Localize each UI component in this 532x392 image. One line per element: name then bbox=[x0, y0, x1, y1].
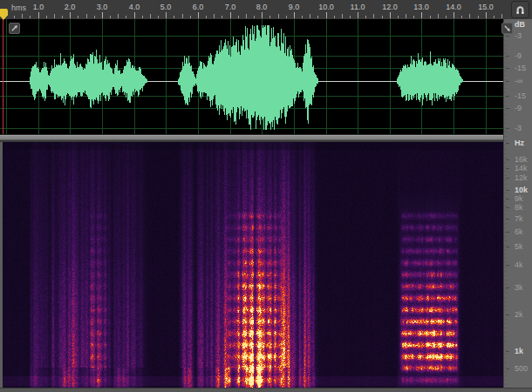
timeline-ruler[interactable]: hms 1.02.03.04.05.06.07.08.09.010.011.01… bbox=[0, 0, 532, 19]
scale-minor-tick bbox=[505, 384, 507, 385]
waveform-panel[interactable] bbox=[0, 19, 503, 134]
scale-minor-tick bbox=[505, 153, 507, 154]
scale-minor-tick bbox=[505, 293, 507, 294]
time-tick-label: 14.0 bbox=[446, 3, 461, 11]
db-tick-tick bbox=[506, 96, 509, 97]
panel-splitter[interactable] bbox=[0, 134, 503, 142]
freq-tick-label: 500 bbox=[515, 365, 528, 373]
time-tick bbox=[206, 16, 207, 18]
scale-minor-tick bbox=[505, 358, 507, 359]
scale-minor-tick bbox=[505, 75, 507, 76]
time-tick bbox=[413, 16, 414, 18]
freq-tick-label: 2k bbox=[515, 311, 523, 319]
scale-minor-tick bbox=[505, 101, 507, 102]
scale-minor-tick bbox=[505, 323, 507, 324]
db-tick-label: -∞ bbox=[515, 78, 522, 85]
freq-tick-tick bbox=[506, 232, 509, 233]
freq-tick-label: 1k bbox=[515, 348, 523, 355]
time-tick bbox=[326, 12, 327, 18]
scale-minor-tick bbox=[505, 118, 507, 119]
time-tick-label: 10.0 bbox=[318, 3, 334, 11]
time-tick bbox=[110, 16, 111, 18]
time-tick bbox=[254, 16, 255, 18]
scale-minor-tick bbox=[505, 367, 507, 368]
scale-minor-tick bbox=[505, 297, 507, 298]
freq-tick-tick bbox=[506, 265, 509, 266]
scale-resize-button[interactable] bbox=[501, 23, 513, 34]
scale-minor-tick bbox=[505, 332, 507, 333]
freq-tick-label: 4k bbox=[515, 261, 523, 269]
scale-minor-tick bbox=[505, 145, 507, 145]
time-tick bbox=[126, 16, 126, 18]
scale-minor-tick bbox=[505, 71, 507, 71]
time-tick bbox=[390, 12, 391, 18]
snap-button[interactable] bbox=[511, 1, 529, 18]
db-tick-tick bbox=[506, 56, 509, 57]
scale-minor-tick bbox=[505, 253, 507, 254]
scale-minor-tick bbox=[505, 79, 507, 80]
time-tick bbox=[446, 16, 447, 18]
scale-minor-tick bbox=[505, 223, 507, 224]
scale-minor-tick bbox=[505, 88, 507, 89]
freq-tick-tick bbox=[506, 207, 509, 208]
time-tick bbox=[14, 16, 15, 18]
time-tick bbox=[54, 14, 55, 18]
scale-minor-tick bbox=[505, 371, 507, 372]
scale-minor-tick bbox=[505, 341, 507, 341]
scale-minor-tick bbox=[505, 136, 507, 137]
freq-tick-label: 12k bbox=[515, 174, 528, 182]
scale-minor-tick bbox=[505, 201, 507, 202]
time-tick-label: 9.0 bbox=[289, 3, 300, 11]
time-tick bbox=[350, 16, 351, 18]
time-tick bbox=[174, 16, 174, 18]
time-tick bbox=[286, 16, 287, 18]
waveform-display[interactable] bbox=[0, 19, 503, 134]
db-tick-label: -9 bbox=[515, 105, 522, 112]
db-tick-tick bbox=[506, 36, 509, 37]
scale-minor-tick bbox=[505, 179, 507, 180]
scale-minor-tick bbox=[505, 249, 507, 250]
db-tick-label: dB bbox=[515, 21, 525, 29]
time-tick bbox=[150, 14, 151, 18]
scale-minor-tick bbox=[505, 158, 507, 159]
time-tick bbox=[70, 12, 71, 18]
freq-tick-tick bbox=[506, 143, 509, 144]
scale-minor-tick bbox=[505, 114, 507, 115]
freq-tick-tick bbox=[506, 178, 509, 179]
scale-minor-tick bbox=[505, 362, 507, 363]
scale-minor-tick bbox=[505, 188, 507, 189]
time-tick bbox=[302, 16, 303, 18]
scale-minor-tick bbox=[505, 280, 507, 280]
scale-minor-tick bbox=[505, 40, 507, 41]
spectrogram-display[interactable] bbox=[3, 142, 503, 388]
time-tick bbox=[310, 14, 310, 18]
freq-tick-label: 16k bbox=[515, 156, 528, 164]
scale-strip: dB-3-9-15-∞-15-9-3 Hz16k14k12k10k9k8k7k6… bbox=[503, 19, 532, 388]
scale-minor-tick bbox=[505, 84, 507, 84]
time-tick bbox=[469, 14, 470, 18]
spectrogram-panel[interactable] bbox=[0, 142, 503, 388]
time-tick bbox=[158, 16, 159, 18]
scale-minor-tick bbox=[505, 328, 507, 328]
freq-tick-tick bbox=[506, 199, 509, 199]
time-tick bbox=[278, 14, 279, 18]
freq-tick-label: 9k bbox=[515, 195, 523, 203]
scale-minor-tick bbox=[505, 92, 507, 93]
freq-tick-label: 14k bbox=[515, 165, 528, 172]
db-tick-label: -3 bbox=[515, 125, 522, 132]
scale-minor-tick bbox=[505, 44, 507, 45]
scale-minor-tick bbox=[505, 105, 507, 106]
freq-tick-label: 5k bbox=[515, 243, 523, 251]
time-tick bbox=[94, 16, 95, 18]
freq-tick-tick bbox=[506, 190, 509, 191]
time-tick bbox=[317, 16, 318, 18]
gain-adjust-button[interactable] bbox=[9, 23, 20, 34]
time-tick bbox=[373, 14, 374, 18]
scale-minor-tick bbox=[505, 262, 507, 263]
magnet-icon bbox=[515, 4, 526, 16]
time-tick bbox=[294, 12, 295, 18]
time-tick bbox=[269, 16, 270, 18]
scale-minor-tick bbox=[505, 171, 507, 172]
scale-minor-tick bbox=[505, 240, 507, 241]
freq-tick-tick bbox=[506, 351, 509, 352]
